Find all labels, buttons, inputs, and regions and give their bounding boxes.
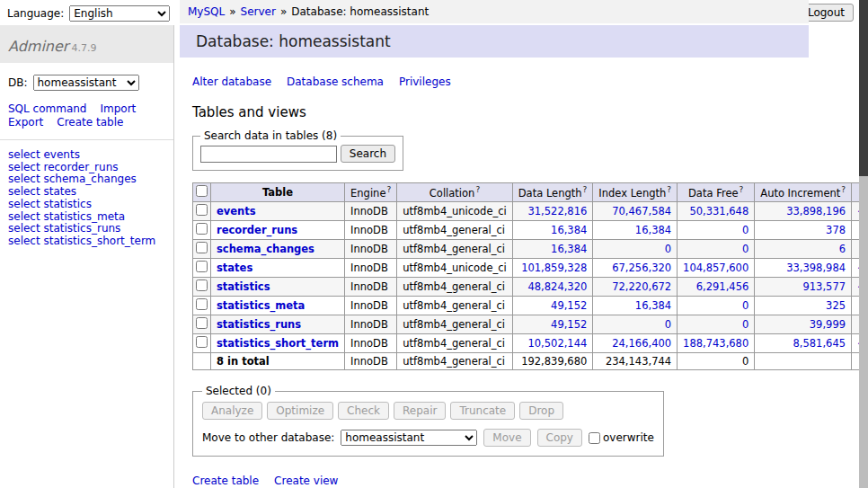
column-help-link[interactable]: ? bbox=[841, 185, 846, 194]
value-link[interactable]: 48,824,320 bbox=[527, 280, 587, 293]
row-checkbox[interactable] bbox=[196, 336, 208, 348]
cell-data-length: 16,384 bbox=[512, 221, 593, 240]
sidebar-item-select-statistics[interactable]: select statistics bbox=[8, 199, 165, 211]
value-link[interactable]: 16,384 bbox=[635, 224, 671, 236]
overwrite-checkbox[interactable] bbox=[589, 432, 600, 444]
value-link[interactable]: 104,857,600 bbox=[683, 262, 748, 274]
sidebar-link-export[interactable]: Export bbox=[8, 116, 43, 129]
value-link[interactable]: 0 bbox=[742, 224, 748, 236]
value-link[interactable]: 8,581,645 bbox=[793, 337, 846, 350]
row-checkbox[interactable] bbox=[196, 204, 208, 216]
table-link-statistics[interactable]: statistics bbox=[217, 280, 270, 293]
repair-button[interactable]: Repair bbox=[394, 402, 446, 420]
sidebar-item-select-statistics-meta[interactable]: select statistics_meta bbox=[8, 211, 165, 224]
value-link[interactable]: 0 bbox=[742, 243, 748, 255]
value-link[interactable]: 0 bbox=[665, 243, 671, 255]
value-link[interactable]: 39,999 bbox=[810, 318, 846, 331]
search-button[interactable]: Search bbox=[341, 145, 395, 163]
cell-data-free: 188,743,680 bbox=[678, 334, 755, 353]
column-help-link[interactable]: ? bbox=[475, 185, 480, 194]
table-link-statistics-meta[interactable]: statistics_meta bbox=[217, 299, 305, 312]
scrollbar[interactable] bbox=[859, 0, 868, 488]
column-help-link[interactable]: ? bbox=[667, 185, 671, 194]
sidebar-item-select-statistics-runs[interactable]: select statistics_runs bbox=[8, 223, 165, 235]
value-link[interactable]: 49,152 bbox=[551, 299, 587, 312]
value-link[interactable]: 67,256,320 bbox=[612, 262, 671, 274]
cell-data-free: 6,291,456 bbox=[678, 278, 755, 297]
db-select[interactable]: homeassistant bbox=[33, 75, 139, 91]
move-db-select[interactable]: homeassistant bbox=[341, 430, 477, 446]
value-link[interactable]: 70,467,584 bbox=[612, 205, 671, 217]
value-link[interactable]: 16,384 bbox=[551, 224, 587, 236]
cell-collation: utf8mb4_general_ci bbox=[397, 315, 513, 334]
row-checkbox[interactable] bbox=[196, 223, 208, 235]
row-checkbox[interactable] bbox=[196, 242, 208, 253]
select-all-checkbox[interactable] bbox=[196, 185, 208, 197]
breadcrumb-item-server[interactable]: Server bbox=[241, 5, 276, 18]
sidebar-link-import[interactable]: Import bbox=[100, 102, 136, 116]
sidebar-link-create-table[interactable]: Create table bbox=[57, 116, 123, 129]
column-help-link[interactable]: ? bbox=[386, 185, 391, 194]
row-checkbox[interactable] bbox=[196, 298, 208, 310]
column-help-link[interactable]: ? bbox=[740, 185, 744, 194]
table-link-statistics-short-term[interactable]: statistics_short_term bbox=[217, 337, 339, 350]
optimize-button[interactable]: Optimize bbox=[267, 402, 333, 420]
value-link[interactable]: 16,384 bbox=[635, 299, 671, 312]
sidebar-link-sql-command[interactable]: SQL command bbox=[8, 102, 86, 116]
scrollbar-thumb[interactable] bbox=[859, 0, 868, 176]
value-link[interactable]: 49,152 bbox=[551, 318, 587, 331]
cell-collation: utf8mb4_general_ci bbox=[397, 297, 513, 315]
link-create-view[interactable]: Create view bbox=[274, 475, 338, 487]
row-checkbox[interactable] bbox=[196, 317, 208, 329]
value-link[interactable]: 188,743,680 bbox=[683, 337, 748, 350]
cell-data-length: 101,859,328 bbox=[512, 259, 593, 278]
drop-button[interactable]: Drop bbox=[519, 402, 563, 420]
value-link[interactable]: 378 bbox=[826, 224, 846, 236]
value-link[interactable]: 33,898,196 bbox=[786, 205, 846, 217]
breadcrumb-item-mysql[interactable]: MySQL bbox=[188, 5, 225, 18]
sidebar-item-select-events[interactable]: select events bbox=[8, 149, 165, 162]
row-checkbox[interactable] bbox=[196, 261, 208, 272]
value-link[interactable]: 101,859,328 bbox=[521, 262, 587, 274]
value-link[interactable]: 0 bbox=[742, 299, 748, 312]
value-link[interactable]: 913,577 bbox=[802, 280, 846, 293]
table-link-recorder-runs[interactable]: recorder_runs bbox=[217, 224, 297, 236]
value-link[interactable]: 16,384 bbox=[551, 243, 587, 255]
sidebar-item-select-schema-changes[interactable]: select schema_changes bbox=[8, 173, 165, 186]
table-link-schema-changes[interactable]: schema_changes bbox=[217, 243, 314, 255]
analyze-button[interactable]: Analyze bbox=[202, 402, 262, 420]
sidebar-item-select-recorder-runs[interactable]: select recorder_runs bbox=[8, 162, 165, 174]
cell-table-name: statistics bbox=[211, 278, 345, 297]
link-alter-database[interactable]: Alter database bbox=[192, 75, 271, 88]
move-button[interactable]: Move bbox=[483, 429, 530, 447]
value-link[interactable]: 24,166,400 bbox=[612, 337, 671, 350]
link-privileges[interactable]: Privileges bbox=[399, 75, 451, 88]
link-database-schema[interactable]: Database schema bbox=[287, 75, 384, 88]
table-link-statistics-runs[interactable]: statistics_runs bbox=[217, 318, 301, 331]
search-input[interactable] bbox=[200, 146, 337, 163]
value-link[interactable]: 72,220,672 bbox=[612, 280, 671, 293]
table-link-events[interactable]: events bbox=[217, 205, 256, 217]
value-link[interactable]: 0 bbox=[665, 318, 671, 331]
row-checkbox[interactable] bbox=[196, 279, 208, 291]
cell-data-free: 104,857,600 bbox=[678, 259, 755, 278]
value-link[interactable]: 10,502,144 bbox=[527, 337, 587, 350]
language-select[interactable]: English bbox=[69, 5, 170, 22]
value-link[interactable]: 6 bbox=[839, 243, 846, 255]
overwrite-label: overwrite bbox=[603, 431, 654, 444]
check-button[interactable]: Check bbox=[338, 402, 389, 420]
value-link[interactable]: 31,522,816 bbox=[527, 205, 587, 217]
sidebar-item-select-statistics-short-term[interactable]: select statistics_short_term bbox=[8, 235, 165, 248]
sidebar-item-select-states[interactable]: select states bbox=[8, 186, 165, 199]
value-link[interactable]: 33,398,984 bbox=[786, 262, 846, 274]
value-link[interactable]: 325 bbox=[826, 299, 846, 312]
truncate-button[interactable]: Truncate bbox=[450, 402, 515, 420]
value-link[interactable]: 0 bbox=[742, 318, 748, 331]
value-link[interactable]: 50,331,648 bbox=[689, 205, 748, 217]
row-select-cell bbox=[193, 353, 211, 370]
value-link[interactable]: 6,291,456 bbox=[696, 280, 749, 293]
column-help-link[interactable]: ? bbox=[583, 185, 588, 194]
link-create-table[interactable]: Create table bbox=[192, 475, 259, 487]
table-link-states[interactable]: states bbox=[217, 262, 252, 274]
copy-button[interactable]: Copy bbox=[537, 429, 582, 447]
